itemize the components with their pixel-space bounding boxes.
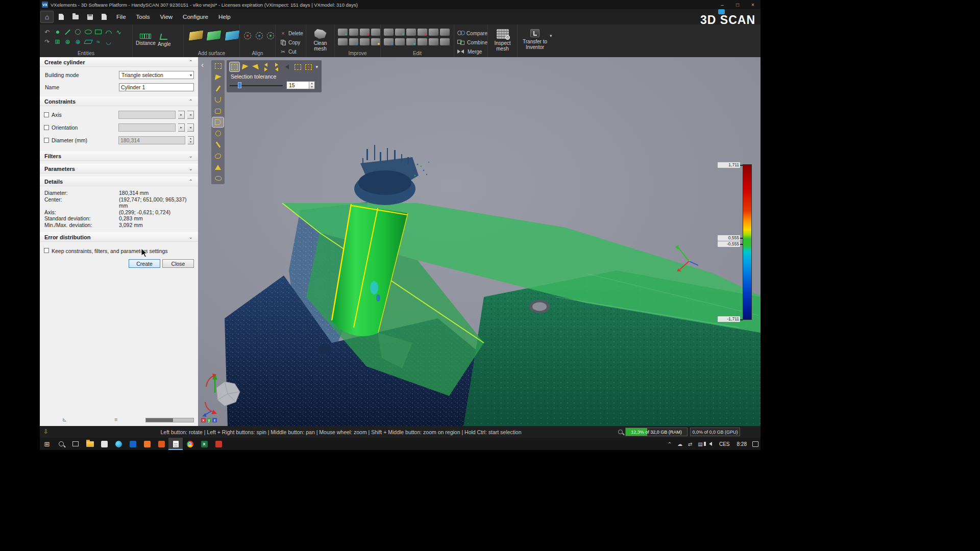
collapse-chevron-icon[interactable]: ⌃: [189, 179, 193, 184]
close-button[interactable]: ×: [745, 0, 761, 9]
edit-tool-icon-9[interactable]: [406, 38, 416, 45]
curve-entity-icon[interactable]: ≈: [94, 38, 103, 45]
edit-tool-icon-4[interactable]: [418, 29, 427, 36]
distance-button[interactable]: Distance: [136, 30, 156, 47]
circle-entity-icon[interactable]: [74, 28, 82, 36]
add-surface-icon-2[interactable]: [206, 30, 223, 41]
edit-tool-icon-6[interactable]: [440, 29, 450, 36]
home-icon[interactable]: ⌂: [40, 11, 54, 23]
zone-selection-button[interactable]: [293, 62, 303, 71]
clock[interactable]: 8:28: [733, 438, 750, 450]
d-shape-selection-tool-active[interactable]: [212, 117, 224, 127]
grid-entity-icon[interactable]: ⊞: [53, 38, 62, 45]
expand-chevron-icon[interactable]: ⌄: [189, 153, 193, 159]
red-app-button[interactable]: [211, 438, 226, 450]
improve-tool-icon-3[interactable]: [360, 29, 370, 36]
panel-header-constraints[interactable]: Constraints ⌃: [40, 96, 198, 106]
list-footer-icon[interactable]: ≡: [114, 416, 117, 422]
sync-icon[interactable]: ⇄: [685, 438, 695, 450]
hidden-icons-chevron[interactable]: ⌃: [665, 438, 675, 450]
edit-tool-icon-12[interactable]: [440, 38, 450, 45]
menu-view[interactable]: View: [155, 9, 178, 24]
orientation-reverse-button[interactable]: ◂: [187, 123, 194, 132]
taskbar-search-button[interactable]: [54, 438, 68, 450]
panel-header-error-distribution[interactable]: Error distribution ⌄: [40, 232, 198, 242]
align-target-icon-3[interactable]: [266, 31, 275, 40]
excel-app-button[interactable]: X: [197, 438, 211, 450]
triangle-selection-tool[interactable]: [212, 162, 224, 172]
freeform-selection-tool[interactable]: [212, 72, 224, 82]
improve-tool-icon-5[interactable]: [338, 38, 348, 45]
redo-icon[interactable]: ↷: [43, 38, 52, 45]
diameter-input[interactable]: [118, 136, 185, 144]
merge-button[interactable]: Merge: [457, 47, 487, 56]
shrink-selection-button[interactable]: [272, 62, 282, 71]
improve-tool-icon-7[interactable]: [360, 38, 370, 45]
language-indicator[interactable]: CES: [716, 438, 733, 450]
save-icon[interactable]: [83, 11, 96, 23]
connected-selection-button[interactable]: [304, 62, 313, 71]
spline-entity-icon[interactable]: ∿: [114, 28, 123, 36]
chrome-app-button[interactable]: [183, 438, 197, 450]
axis-checkbox[interactable]: [44, 112, 49, 117]
panel-header-details[interactable]: Details ⌃: [40, 177, 198, 186]
blue-app-button[interactable]: [126, 438, 140, 450]
panel-header-parameters[interactable]: Parameters ⌄: [40, 164, 198, 173]
combine-button[interactable]: Combine: [457, 38, 487, 46]
align-target-icon-2[interactable]: [255, 31, 264, 40]
open-folder-icon[interactable]: [69, 11, 82, 23]
clean-mesh-button[interactable]: Clean mesh: [306, 27, 334, 52]
improve-tool-icon-2[interactable]: [349, 29, 359, 36]
diameter-checkbox[interactable]: [44, 138, 49, 143]
keep-settings-checkbox[interactable]: [44, 248, 49, 253]
menu-tools[interactable]: Tools: [131, 9, 155, 24]
cloud-selection-tool[interactable]: [212, 173, 224, 183]
menu-configure[interactable]: Configure: [178, 9, 213, 24]
orientation-pick-button[interactable]: ▸: [178, 123, 185, 132]
export-icon[interactable]: [97, 11, 111, 23]
rectangle-entity-icon[interactable]: [94, 28, 103, 36]
new-document-icon[interactable]: [55, 11, 68, 23]
edit-tool-icon-5[interactable]: [429, 29, 438, 36]
align-target-icon-1[interactable]: [243, 31, 252, 40]
rounded-rect-selection-tool[interactable]: [212, 106, 224, 116]
edit-tool-icon-1[interactable]: [384, 29, 394, 36]
edit-tool-icon-3[interactable]: [406, 29, 416, 36]
expand-chevron-icon[interactable]: ⌄: [189, 234, 193, 240]
inspect-mesh-button[interactable]: Inspect mesh: [488, 27, 517, 52]
surface-selection-button[interactable]: [240, 62, 250, 71]
edit-tool-icon-11[interactable]: [429, 38, 438, 45]
globe-entity-icon[interactable]: ⊕: [74, 38, 82, 45]
improve-tool-icon-4[interactable]: [371, 29, 381, 36]
close-panel-button[interactable]: Close: [162, 259, 194, 268]
orientation-checkbox[interactable]: [44, 125, 49, 130]
delete-button[interactable]: × Delete: [280, 29, 306, 37]
menu-file[interactable]: File: [111, 9, 131, 24]
create-button[interactable]: Create: [129, 259, 160, 268]
circle-selection-tool[interactable]: [212, 129, 224, 138]
action-center-button[interactable]: [750, 438, 761, 450]
undo-icon[interactable]: ↶: [43, 28, 52, 36]
tolerance-spinner[interactable]: ▴▾: [309, 82, 314, 89]
active-selection-mode-button[interactable]: [230, 62, 239, 71]
improve-tool-icon-6[interactable]: [349, 38, 359, 45]
pen-selection-tool[interactable]: [212, 84, 224, 93]
name-input[interactable]: [119, 83, 194, 91]
collapse-chevron-icon[interactable]: ⌃: [189, 98, 193, 104]
collapse-chevron-icon[interactable]: ⌃: [189, 59, 193, 65]
improve-tool-icon-1[interactable]: [338, 29, 348, 36]
transfer-to-inventor-button[interactable]: Transfer to Inventor ▾: [518, 27, 560, 50]
add-surface-icon-1[interactable]: [188, 30, 204, 41]
edge-app-button[interactable]: [111, 438, 126, 450]
knife-selection-tool[interactable]: [212, 140, 224, 149]
vxelements-taskbar-button[interactable]: [168, 438, 183, 450]
minimize-button[interactable]: –: [715, 0, 730, 9]
panel-collapse-arrow[interactable]: ‹: [201, 60, 204, 69]
compare-button[interactable]: Compare: [457, 29, 487, 37]
3d-viewport[interactable]: ‹: [198, 57, 761, 426]
add-surface-icon-3[interactable]: [224, 30, 240, 41]
axis-select[interactable]: [118, 111, 176, 119]
plane-entity-icon[interactable]: [84, 38, 92, 45]
previous-selection-button[interactable]: [282, 62, 292, 71]
cut-button[interactable]: ✂ Cut: [280, 47, 306, 56]
